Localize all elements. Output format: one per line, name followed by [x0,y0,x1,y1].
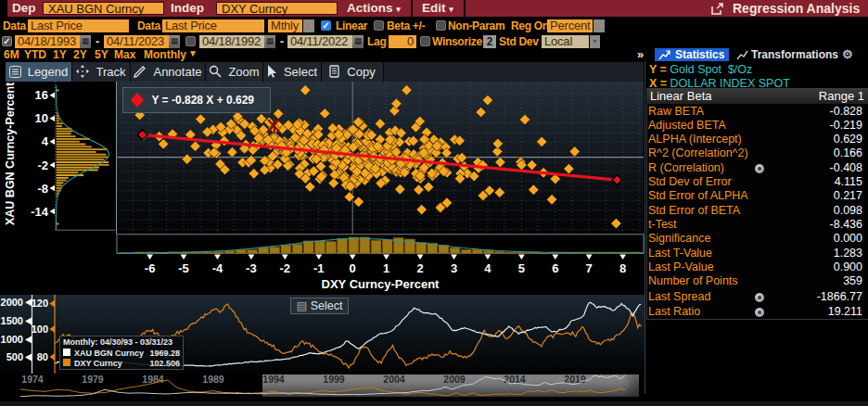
svg-text:2004: 2004 [383,374,405,385]
svg-text:2009: 2009 [443,374,466,385]
svg-text:1979: 1979 [82,374,104,385]
svg-text:120: 120 [32,298,48,309]
svg-text:1974: 1974 [21,374,44,385]
svg-text:80: 80 [37,351,48,362]
svg-text:1989: 1989 [202,374,224,385]
svg-text:1500: 1500 [1,315,23,326]
svg-text:1000: 1000 [1,334,23,345]
svg-text:1999: 1999 [323,374,345,385]
svg-text:500: 500 [6,351,23,362]
svg-text:2000: 2000 [1,297,23,308]
svg-text:1994: 1994 [262,374,285,385]
svg-text:100: 100 [32,324,48,335]
